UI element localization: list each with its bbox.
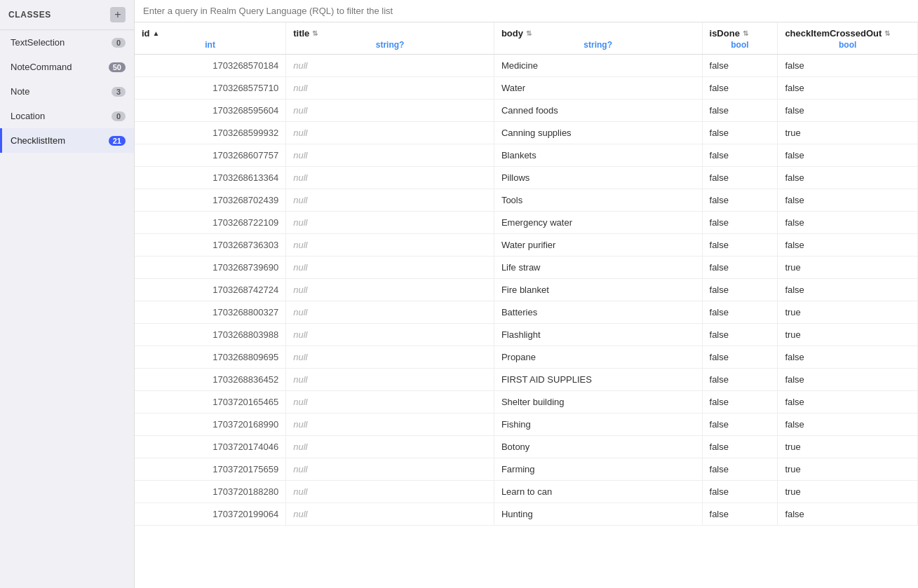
cell-id: 1703720175659	[135, 458, 286, 481]
sidebar-item-label: ChecklistItem	[11, 135, 65, 146]
table-row[interactable]: 1703720188280nullLearn to canfalsetrue	[135, 481, 918, 503]
cell-isdone: false	[702, 481, 778, 503]
cell-title: null	[286, 234, 494, 257]
filter-input[interactable]	[143, 6, 910, 16]
cell-title: null	[286, 458, 494, 481]
sidebar: CLASSES + TextSelection0NoteCommand50Not…	[0, 0, 135, 588]
cell-checkitemcrossedout: false	[778, 100, 918, 122]
cell-isdone: false	[702, 436, 778, 458]
table-row[interactable]: 1703268570184nullMedicinefalsefalse	[135, 55, 918, 77]
cell-isdone: false	[702, 324, 778, 346]
cell-id: 1703268702439	[135, 189, 286, 212]
table-row[interactable]: 1703268607757nullBlanketsfalsefalse	[135, 144, 918, 167]
sidebar-item-notecommand[interactable]: NoteCommand50	[0, 55, 134, 79]
sidebar-item-label: NoteCommand	[11, 62, 72, 72]
sidebar-item-badge: 3	[112, 87, 126, 97]
cell-checkitemcrossedout: false	[778, 144, 918, 167]
cell-checkitemcrossedout: true	[778, 324, 918, 346]
sidebar-item-location[interactable]: Location0	[0, 104, 134, 128]
cell-title: null	[286, 55, 494, 77]
table-row[interactable]: 1703268575710nullWaterfalsefalse	[135, 77, 918, 100]
cell-isdone: false	[702, 301, 778, 324]
cell-body: Emergency water	[494, 212, 702, 234]
sidebar-item-checklistitem[interactable]: ChecklistItem21	[0, 128, 134, 153]
table-row[interactable]: 1703268800327nullBatteriesfalsetrue	[135, 301, 918, 324]
table-row[interactable]: 1703268736303nullWater purifierfalsefals…	[135, 234, 918, 257]
sidebar-item-note[interactable]: Note3	[0, 79, 134, 104]
cell-isdone: false	[702, 257, 778, 279]
cell-title: null	[286, 369, 494, 391]
cell-checkitemcrossedout: true	[778, 481, 918, 503]
cell-id: 1703720174046	[135, 436, 286, 458]
sidebar-title: CLASSES	[8, 10, 51, 20]
cell-id: 1703268803988	[135, 324, 286, 346]
cell-id: 1703268736303	[135, 234, 286, 257]
cell-title: null	[286, 279, 494, 301]
cell-id: 1703720168990	[135, 413, 286, 436]
cell-id: 1703268595604	[135, 100, 286, 122]
cell-id: 1703268722109	[135, 212, 286, 234]
col-header-id[interactable]: id ▲int	[135, 22, 286, 55]
table-row[interactable]: 1703268803988nullFlashlightfalsetrue	[135, 324, 918, 346]
cell-id: 1703268575710	[135, 77, 286, 100]
table-row[interactable]: 1703268739690nullLife strawfalsetrue	[135, 257, 918, 279]
cell-title: null	[286, 346, 494, 369]
cell-body: Fire blanket	[494, 279, 702, 301]
cell-body: Fishing	[494, 413, 702, 436]
main-content: id ▲inttitle ⇅string?body ⇅string?isDone…	[135, 0, 918, 588]
col-type-checkitemcrossedout: bool	[785, 40, 910, 50]
cell-body: Life straw	[494, 257, 702, 279]
sort-icon: ⇅	[884, 29, 890, 37]
cell-checkitemcrossedout: false	[778, 346, 918, 369]
table-row[interactable]: 1703720199064nullHuntingfalsefalse	[135, 503, 918, 526]
cell-checkitemcrossedout: false	[778, 503, 918, 526]
cell-id: 1703720165465	[135, 391, 286, 413]
cell-title: null	[286, 144, 494, 167]
cell-checkitemcrossedout: true	[778, 436, 918, 458]
cell-checkitemcrossedout: false	[778, 369, 918, 391]
cell-body: FIRST AID SUPPLIES	[494, 369, 702, 391]
sidebar-item-label: Note	[11, 86, 29, 97]
table-row[interactable]: 1703720165465nullShelter buildingfalsefa…	[135, 391, 918, 413]
cell-isdone: false	[702, 189, 778, 212]
table-row[interactable]: 1703720168990nullFishingfalsefalse	[135, 413, 918, 436]
table-row[interactable]: 1703268613364nullPillowsfalsefalse	[135, 167, 918, 189]
table-row[interactable]: 1703720175659nullFarmingfalsetrue	[135, 458, 918, 481]
table-row[interactable]: 1703268599932nullCanning suppliesfalsetr…	[135, 122, 918, 144]
cell-checkitemcrossedout: true	[778, 301, 918, 324]
cell-checkitemcrossedout: true	[778, 122, 918, 144]
cell-title: null	[286, 436, 494, 458]
table-row[interactable]: 1703268836452nullFIRST AID SUPPLIESfalse…	[135, 369, 918, 391]
table-row[interactable]: 1703720174046nullBotonyfalsetrue	[135, 436, 918, 458]
col-header-checkitemcrossedout[interactable]: checkItemCrossedOut ⇅bool	[778, 22, 918, 55]
sidebar-item-badge: 21	[109, 136, 126, 146]
cell-isdone: false	[702, 346, 778, 369]
col-type-body: string?	[501, 40, 695, 50]
col-header-body[interactable]: body ⇅string?	[494, 22, 702, 55]
col-header-title[interactable]: title ⇅string?	[286, 22, 494, 55]
table-row[interactable]: 1703268809695nullPropanefalsefalse	[135, 346, 918, 369]
col-type-isdone: bool	[710, 40, 771, 50]
cell-body: Water purifier	[494, 234, 702, 257]
filter-bar	[135, 0, 918, 22]
table-row[interactable]: 1703268742724nullFire blanketfalsefalse	[135, 279, 918, 301]
cell-body: Medicine	[494, 55, 702, 77]
cell-checkitemcrossedout: false	[778, 413, 918, 436]
sidebar-list: TextSelection0NoteCommand50Note3Location…	[0, 30, 134, 588]
sidebar-item-textselection[interactable]: TextSelection0	[0, 30, 134, 55]
cell-title: null	[286, 481, 494, 503]
cell-checkitemcrossedout: false	[778, 212, 918, 234]
col-header-isdone[interactable]: isDone ⇅bool	[702, 22, 778, 55]
sidebar-item-badge: 0	[112, 111, 126, 121]
cell-checkitemcrossedout: false	[778, 279, 918, 301]
cell-isdone: false	[702, 458, 778, 481]
cell-body: Canned foods	[494, 100, 702, 122]
table-row[interactable]: 1703268702439nullToolsfalsefalse	[135, 189, 918, 212]
cell-body: Propane	[494, 346, 702, 369]
sort-asc-icon: ▲	[153, 29, 160, 37]
sort-icon: ⇅	[312, 29, 318, 37]
table-row[interactable]: 1703268722109nullEmergency waterfalsefal…	[135, 212, 918, 234]
sidebar-item-badge: 0	[112, 38, 126, 48]
add-class-button[interactable]: +	[110, 7, 126, 22]
table-row[interactable]: 1703268595604nullCanned foodsfalsefalse	[135, 100, 918, 122]
